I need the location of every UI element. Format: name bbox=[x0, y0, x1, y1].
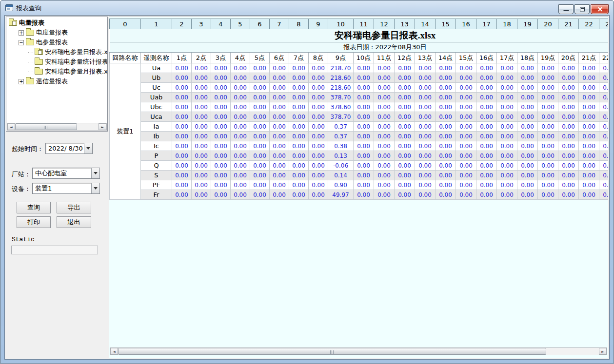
tree-item-6[interactable]: +遥信量报表 bbox=[7, 77, 107, 86]
spreadsheet[interactable]: 0123456789101112131415161718192021222324… bbox=[109, 17, 608, 346]
value-cell: 0.00 bbox=[231, 83, 250, 93]
sheet-col-header-17[interactable]: 17 bbox=[476, 19, 497, 29]
value-cell: 0.00 bbox=[436, 190, 456, 200]
value-cell: 0.00 bbox=[172, 63, 192, 73]
value-cell: 0.00 bbox=[558, 161, 579, 171]
maximize-button[interactable] bbox=[574, 4, 590, 14]
print-button[interactable]: 打印 bbox=[17, 216, 51, 228]
tree-item-4[interactable]: 安科瑞电参量统计报表.x bbox=[7, 57, 107, 67]
value-cell: 0.00 bbox=[172, 122, 192, 132]
start-time-label: 起始时间： bbox=[12, 145, 43, 153]
exit-button[interactable]: 退出 bbox=[57, 216, 91, 228]
value-cell: 0.00 bbox=[270, 112, 289, 122]
table-row: Fr0.000.000.000.000.000.000.000.0049.970… bbox=[110, 190, 609, 200]
main-scroll-track[interactable] bbox=[118, 348, 599, 355]
station-select[interactable]: 中心配电室 bbox=[32, 168, 100, 179]
value-cell: 0.00 bbox=[599, 102, 609, 112]
tree-item-5[interactable]: 安科瑞电参量月报表.xls bbox=[7, 67, 107, 77]
titlebar[interactable]: 报表查询 bbox=[0, 0, 614, 15]
sheet-col-header-21[interactable]: 21 bbox=[558, 19, 579, 29]
expand-icon[interactable]: + bbox=[19, 30, 24, 36]
loop-name-header: 回路名称 bbox=[110, 53, 141, 63]
sheet-col-header-12[interactable]: 12 bbox=[374, 19, 395, 29]
report-date: 报表日期：2022年08月30日 bbox=[110, 42, 609, 53]
tree-item-0[interactable]: 电量报表 bbox=[7, 18, 107, 28]
row-label-Ua: Ua bbox=[141, 63, 172, 73]
value-cell: 0.00 bbox=[231, 73, 250, 83]
tree-scroll-thumb[interactable] bbox=[15, 123, 77, 130]
sheet-col-header-16[interactable]: 16 bbox=[456, 19, 476, 29]
sheet-col-header-9[interactable]: 9 bbox=[309, 19, 328, 29]
sheet-col-header-22[interactable]: 22 bbox=[579, 19, 599, 29]
value-cell: 0.00 bbox=[538, 132, 558, 141]
sheet-col-header-13[interactable]: 13 bbox=[395, 19, 415, 29]
tree-item-2[interactable]: −电参量报表 bbox=[7, 38, 107, 47]
value-cell: 0.00 bbox=[558, 102, 579, 112]
sheet-col-header-15[interactable]: 15 bbox=[436, 19, 456, 29]
collapse-icon[interactable]: − bbox=[19, 40, 24, 45]
sheet-col-header-11[interactable]: 11 bbox=[354, 19, 374, 29]
sheet-col-header-23[interactable]: 23 bbox=[599, 19, 609, 29]
value-cell: 0.00 bbox=[558, 141, 579, 151]
hour-header-5点: 5点 bbox=[250, 53, 270, 63]
value-cell: 0.00 bbox=[538, 73, 558, 83]
start-time-dropdown-button[interactable] bbox=[84, 143, 92, 153]
value-cell: 0.00 bbox=[172, 151, 192, 161]
value-cell: 0.00 bbox=[456, 63, 476, 73]
device-select[interactable]: 装置1 bbox=[32, 183, 100, 194]
sheet-col-header-18[interactable]: 18 bbox=[497, 19, 517, 29]
sheet-col-header-8[interactable]: 8 bbox=[289, 19, 309, 29]
scroll-left-icon[interactable]: ◄ bbox=[7, 123, 15, 130]
value-cell: 0.00 bbox=[476, 141, 497, 151]
value-cell: 0.00 bbox=[436, 151, 456, 161]
close-button[interactable] bbox=[591, 4, 609, 14]
value-cell: 0.00 bbox=[497, 190, 517, 200]
sheet-col-header-14[interactable]: 14 bbox=[415, 19, 436, 29]
export-button[interactable]: 导出 bbox=[57, 202, 91, 213]
value-cell: 0.00 bbox=[374, 180, 395, 190]
sheet-col-header-6[interactable]: 6 bbox=[250, 19, 270, 29]
sheet-col-header-20[interactable]: 20 bbox=[538, 19, 558, 29]
main-scroll-thumb[interactable] bbox=[118, 348, 546, 355]
main-horizontal-scrollbar[interactable]: ◄ ► bbox=[110, 347, 607, 355]
hour-header-7点: 7点 bbox=[289, 53, 309, 63]
sheet-col-header-4[interactable]: 4 bbox=[211, 19, 231, 29]
query-button[interactable]: 查询 bbox=[17, 202, 51, 213]
value-cell: 0.00 bbox=[579, 180, 599, 190]
value-cell: 0.00 bbox=[538, 93, 558, 102]
value-cell: 0.00 bbox=[309, 63, 328, 73]
sheet-col-header-10[interactable]: 10 bbox=[328, 19, 354, 29]
value-cell: 0.14 bbox=[328, 171, 354, 180]
table-row: Ic0.000.000.000.000.000.000.000.000.380.… bbox=[110, 141, 609, 151]
tree-item-3[interactable]: 安科瑞电参量日报表.xls bbox=[7, 47, 107, 57]
sheet-col-header-0[interactable]: 0 bbox=[110, 19, 141, 29]
scroll-right-icon[interactable]: ► bbox=[599, 348, 607, 355]
scroll-left-icon[interactable]: ◄ bbox=[110, 348, 118, 355]
sheet-col-header-7[interactable]: 7 bbox=[270, 19, 289, 29]
tree-horizontal-scrollbar[interactable]: ◄ ► bbox=[7, 123, 107, 131]
folder-icon bbox=[35, 69, 43, 75]
report-tree[interactable]: 电量报表+电度量报表−电参量报表安科瑞电参量日报表.xls安科瑞电参量统计报表.… bbox=[6, 17, 108, 132]
device-dropdown-button[interactable] bbox=[91, 183, 99, 193]
start-time-picker[interactable]: 2022/ 8/30 bbox=[45, 143, 93, 154]
minimize-button[interactable] bbox=[558, 4, 574, 14]
value-cell: 0.00 bbox=[476, 171, 497, 180]
value-cell: 0.00 bbox=[415, 83, 436, 93]
value-cell: 0.00 bbox=[599, 180, 609, 190]
scroll-right-icon[interactable]: ► bbox=[99, 123, 106, 130]
tree-scroll-track[interactable] bbox=[15, 123, 99, 130]
value-cell: 0.00 bbox=[374, 161, 395, 171]
value-cell: 0.00 bbox=[374, 112, 395, 122]
station-dropdown-button[interactable] bbox=[91, 168, 99, 178]
sheet-col-header-2[interactable]: 2 bbox=[172, 19, 192, 29]
value-cell: 0.00 bbox=[354, 93, 374, 102]
sheet-col-header-1[interactable]: 1 bbox=[141, 19, 172, 29]
sheet-col-header-5[interactable]: 5 bbox=[231, 19, 250, 29]
value-cell: 0.00 bbox=[558, 151, 579, 161]
tree-item-1[interactable]: +电度量报表 bbox=[7, 28, 107, 38]
expand-icon[interactable]: + bbox=[19, 79, 24, 84]
sheet-col-header-3[interactable]: 3 bbox=[192, 19, 211, 29]
value-cell: 0.00 bbox=[211, 171, 231, 180]
value-cell: 0.00 bbox=[211, 141, 231, 151]
sheet-col-header-19[interactable]: 19 bbox=[517, 19, 538, 29]
